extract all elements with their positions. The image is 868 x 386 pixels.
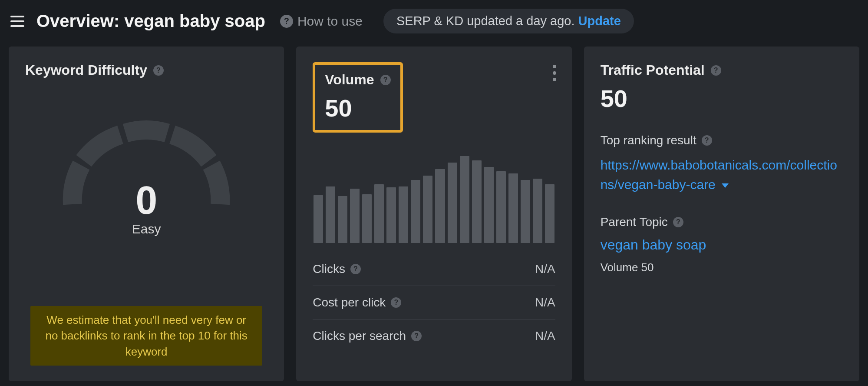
volume-bar [521,180,530,243]
volume-bar [386,187,396,243]
serp-updated-text: SERP & KD updated a day ago. [396,14,575,28]
top-ranking-label: Top ranking result ? [601,133,843,147]
tp-title: Traffic Potential ? [601,62,843,78]
metric-label-text: Clicks per search [313,329,406,343]
volume-metrics: Clicks?N/ACost per click?N/AClicks per s… [313,253,555,353]
metric-label: Clicks? [313,262,361,276]
help-icon: ? [280,15,293,28]
kd-label: Easy [132,222,161,236]
volume-title: Volume ? [325,72,390,88]
volume-bar [472,160,482,243]
how-to-use-link[interactable]: ? How to use [280,14,363,29]
kd-title-text: Keyword Difficulty [25,62,147,78]
volume-bar [350,189,360,243]
top-ranking-url-text: https://www.babobotanicals.com/collectio… [601,158,837,192]
volume-bar [423,176,432,243]
volume-bar [399,186,408,243]
metric-value: N/A [535,262,555,276]
parent-topic-volume: Volume 50 [601,261,843,274]
tp-title-text: Traffic Potential [601,62,705,78]
volume-bar [374,184,384,243]
hamburger-menu-icon[interactable] [10,16,24,27]
traffic-potential-card: Traffic Potential ? 50 Top ranking resul… [584,47,859,381]
parent-topic-label-text: Parent Topic [601,215,668,229]
volume-metric-row: Clicks?N/A [313,253,555,286]
help-icon[interactable]: ? [702,135,712,146]
top-ranking-url-link[interactable]: https://www.babobotanicals.com/collectio… [601,155,843,194]
volume-bar [533,179,542,243]
volume-bar [338,196,347,243]
volume-bar [314,195,323,243]
kd-gauge: 0 Easy [25,113,267,236]
volume-value: 50 [325,94,390,122]
volume-bar [326,186,335,243]
caret-down-icon[interactable] [722,183,729,188]
volume-bar [435,169,445,243]
volume-bar [508,173,518,243]
kebab-menu-icon[interactable] [553,65,556,81]
top-ranking-label-text: Top ranking result [601,133,696,147]
metric-label-text: Clicks [313,262,345,276]
serp-updated-pill: SERP & KD updated a day ago. Update [383,9,634,33]
help-icon[interactable]: ? [673,217,683,227]
help-icon[interactable]: ? [153,65,164,76]
volume-bar [484,167,494,243]
volume-bar [496,171,506,243]
volume-bar [545,184,554,243]
tp-value: 50 [601,84,843,113]
parent-topic-label: Parent Topic ? [601,215,843,229]
metric-label: Cost per click? [313,296,401,309]
page-title: Overview: vegan baby soap [36,11,265,31]
metric-value: N/A [535,329,555,343]
kd-title: Keyword Difficulty ? [25,62,267,78]
header: Overview: vegan baby soap ? How to use S… [0,0,868,42]
how-to-use-label: How to use [297,14,363,29]
help-icon[interactable]: ? [711,65,721,76]
volume-trend-chart [313,152,555,243]
volume-bar [460,156,469,243]
help-icon[interactable]: ? [411,331,422,341]
volume-highlight-box: Volume ? 50 [313,62,403,133]
cards-row: Keyword Difficulty ? 0 Easy We estimate … [0,42,868,386]
parent-topic-link[interactable]: vegan baby soap [601,237,843,253]
keyword-difficulty-card: Keyword Difficulty ? 0 Easy We estimate … [9,47,284,381]
volume-bar [448,163,457,243]
volume-bar [362,194,372,243]
help-icon[interactable]: ? [380,75,391,85]
metric-label-text: Cost per click [313,296,386,309]
help-icon[interactable]: ? [391,297,401,308]
volume-metric-row: Cost per click?N/A [313,286,555,319]
metric-label: Clicks per search? [313,329,422,343]
volume-title-text: Volume [325,72,374,88]
volume-metric-row: Clicks per search?N/A [313,319,555,353]
help-icon[interactable]: ? [350,264,361,274]
serp-update-link[interactable]: Update [578,14,621,28]
metric-value: N/A [535,296,555,309]
kd-estimate-note: We estimate that you'll need very few or… [30,306,262,366]
kd-value: 0 [25,178,267,223]
volume-card: Volume ? 50 Clicks?N/ACost per click?N/A… [296,47,571,381]
volume-bar [411,180,420,243]
